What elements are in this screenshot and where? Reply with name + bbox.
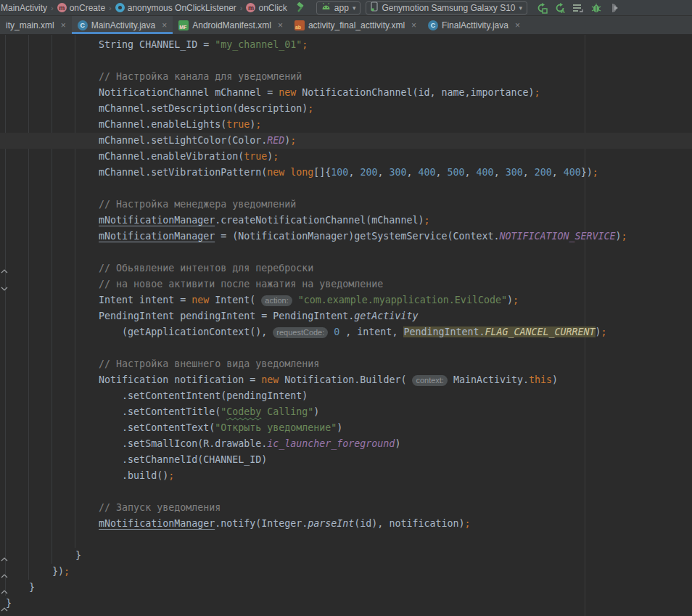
- anonymous-class-icon: [115, 3, 125, 12]
- java-class-icon: C: [78, 20, 88, 30]
- code-line[interactable]: mNotificationManager = (NotificationMana…: [0, 229, 692, 245]
- code-line[interactable]: // Настройка внешнего вида уведомления: [0, 356, 692, 372]
- code-line[interactable]: Intent intent = new Intent( action: "com…: [0, 292, 692, 308]
- breadcrumb-separator: ›: [109, 4, 112, 12]
- code-line[interactable]: [0, 181, 692, 197]
- code-line[interactable]: .setChannelId(CHANNEL_ID): [0, 452, 692, 468]
- code-line[interactable]: NotificationChannel mChannel = new Notif…: [0, 85, 692, 101]
- code-line[interactable]: mNotificationManager.createNotificationC…: [0, 213, 692, 229]
- code-line[interactable]: .setSmallIcon(R.drawable.ic_launcher_for…: [0, 436, 692, 452]
- list-with-arrow-icon[interactable]: [572, 2, 584, 14]
- code-line[interactable]: [0, 484, 692, 500]
- toolbar-actions: A: [536, 2, 620, 14]
- fold-marker-icon[interactable]: [1, 551, 8, 556]
- code-text[interactable]: String CHANNEL_ID = "my_channel_01"; // …: [0, 35, 692, 616]
- close-icon[interactable]: ×: [515, 20, 520, 30]
- close-icon[interactable]: ×: [411, 20, 416, 30]
- editor-tabs: ity_main.xml×CMainActivity.java×MFAndroi…: [0, 16, 692, 34]
- code-editor[interactable]: String CHANNEL_ID = "my_channel_01"; // …: [0, 35, 692, 616]
- code-line[interactable]: mChannel.setVibrationPattern(new long[]{…: [0, 165, 692, 181]
- code-line[interactable]: }: [0, 548, 692, 564]
- tab-finalacttivity-java[interactable]: CFinalActtivity.java×: [422, 16, 526, 34]
- phone-icon: [371, 1, 378, 14]
- android-icon: [321, 2, 331, 13]
- code-line[interactable]: String CHANNEL_ID = "my_channel_01";: [0, 37, 692, 53]
- fold-marker-icon[interactable]: [1, 263, 8, 268]
- code-line[interactable]: PendingIntent pendingIntent = PendingInt…: [0, 308, 692, 324]
- code-line[interactable]: }: [0, 580, 692, 596]
- chevron-down-icon: ▾: [353, 4, 356, 12]
- fold-marker-icon[interactable]: [1, 568, 8, 572]
- code-line[interactable]: mNotificationManager.notify(Integer.pars…: [0, 516, 692, 532]
- code-line[interactable]: // Обьявление интентов для переброски: [0, 260, 692, 276]
- tab-activity-final-acttivity-xml[interactable]: abactivity_final_acttivity.xml×: [289, 16, 422, 34]
- apply-changes-restart-icon[interactable]: [536, 2, 548, 14]
- code-line[interactable]: [0, 340, 692, 356]
- run-config-selector[interactable]: app ▾: [316, 1, 361, 15]
- code-line[interactable]: [0, 532, 692, 548]
- tab-androidmanifest-xml[interactable]: MFAndroidManifest.xml×: [173, 16, 289, 34]
- close-icon[interactable]: ×: [278, 20, 283, 30]
- breadcrumb-label: MainActivity: [1, 3, 47, 13]
- code-line[interactable]: mChannel.setLightColor(Color.RED);: [0, 133, 692, 149]
- breadcrumb-item[interactable]: monCreate: [57, 3, 105, 13]
- device-label: Genymotion Samsung Galaxy S10: [382, 3, 515, 13]
- code-line[interactable]: // Запуск уведомления: [0, 500, 692, 516]
- code-line[interactable]: [0, 245, 692, 260]
- attach-debugger-icon[interactable]: [609, 2, 620, 14]
- svg-text:A: A: [561, 8, 565, 14]
- fold-marker-icon[interactable]: [1, 281, 8, 285]
- breadcrumb-item[interactable]: monClick: [246, 3, 287, 13]
- code-line[interactable]: (getApplicationContext(), requestCode: 0…: [0, 324, 692, 340]
- tab-mainactivity-java[interactable]: CMainActivity.java×: [72, 16, 173, 34]
- main-toolbar: MainActivity›monCreate›anonymous OnClick…: [0, 0, 692, 16]
- close-icon[interactable]: ×: [61, 20, 66, 30]
- code-line[interactable]: .setContentIntent(pendingIntent): [0, 388, 692, 404]
- tab-label: activity_final_acttivity.xml: [308, 20, 405, 30]
- code-line[interactable]: .setContentText("Открыть уведомление"): [0, 420, 692, 436]
- breadcrumb: MainActivity›monCreate›anonymous OnClick…: [1, 0, 287, 15]
- breadcrumb-label: onClick: [258, 3, 287, 13]
- code-line[interactable]: .build();: [0, 468, 692, 484]
- code-line[interactable]: mChannel.enableVibration(true);: [0, 149, 692, 165]
- code-line[interactable]: });: [0, 564, 692, 580]
- code-line[interactable]: mChannel.setDescription(description);: [0, 101, 692, 117]
- tab-ity-main-xml[interactable]: ity_main.xml×: [0, 16, 72, 34]
- device-selector[interactable]: Genymotion Samsung Galaxy S10 ▾: [366, 1, 527, 15]
- code-line[interactable]: [0, 53, 692, 69]
- fold-marker-icon[interactable]: [1, 584, 8, 588]
- layout-xml-icon: ab: [294, 20, 305, 30]
- code-line[interactable]: Notification notification = new Notifica…: [0, 372, 692, 388]
- breadcrumb-separator: ›: [240, 4, 243, 12]
- java-class-icon: C: [428, 20, 438, 30]
- code-line[interactable]: // Настройка менеджера уведомлений: [0, 197, 692, 213]
- method-icon: m: [246, 3, 255, 12]
- breadcrumb-label: anonymous OnClickListener: [128, 3, 236, 13]
- close-icon[interactable]: ×: [162, 20, 167, 30]
- debug-icon[interactable]: [590, 2, 602, 14]
- apply-code-changes-icon[interactable]: A: [554, 2, 566, 14]
- android-studio-window: MainActivity›monCreate›anonymous OnClick…: [0, 0, 692, 616]
- tab-label: AndroidManifest.xml: [192, 20, 271, 30]
- manifest-file-icon: MF: [178, 20, 189, 30]
- tab-label: MainActivity.java: [91, 20, 155, 30]
- tab-label: FinalActtivity.java: [442, 20, 508, 30]
- method-icon: m: [57, 3, 67, 12]
- code-line[interactable]: .setContentTitle("Codeby Calling"): [0, 404, 692, 420]
- breadcrumb-label: onCreate: [70, 3, 105, 13]
- chevron-down-icon: ▾: [519, 4, 523, 12]
- build-hammer-icon[interactable]: [294, 2, 305, 13]
- code-line[interactable]: // Настройка канала для уведомлений: [0, 69, 692, 85]
- run-config-label: app: [334, 3, 349, 13]
- code-line[interactable]: // на новое активити после нажатия на ув…: [0, 276, 692, 292]
- code-line[interactable]: [0, 612, 692, 616]
- code-line[interactable]: }: [0, 596, 692, 612]
- breadcrumb-item[interactable]: MainActivity: [1, 3, 47, 13]
- breadcrumb-separator: ›: [51, 4, 54, 12]
- tab-label: ity_main.xml: [6, 20, 54, 30]
- fold-marker-icon[interactable]: [1, 601, 8, 606]
- code-line[interactable]: mChannel.enableLights(true);: [0, 117, 692, 133]
- breadcrumb-item[interactable]: anonymous OnClickListener: [115, 3, 236, 13]
